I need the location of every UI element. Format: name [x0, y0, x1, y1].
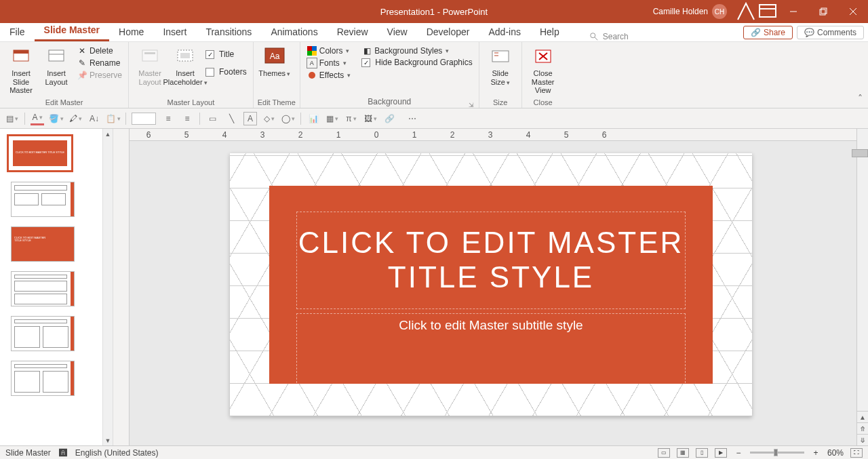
scroll-down-icon[interactable]: ▼	[103, 435, 113, 445]
share-button[interactable]: 🔗Share	[743, 26, 793, 39]
layout-thumbnail[interactable]	[11, 361, 75, 396]
editor-vertical-scrollbar[interactable]: ▲ ⤊ ⤋	[856, 129, 868, 445]
master-subtitle-placeholder[interactable]: Click to edit Master subtitle style	[296, 313, 686, 386]
quick-format-toolbar: ▤ A 🪣 🖍 A↓ 📋 ≡ ≡ ▭ ╲ A ◇ ◯ 📊 ▦ π 🖼 🔗 ⋯	[0, 108, 868, 129]
arrange-button[interactable]: ◯	[281, 112, 295, 125]
svg-rect-20	[312, 46, 317, 51]
thumbnail-scrollbar[interactable]: ▲ ▼	[102, 129, 113, 445]
tab-slide-master[interactable]: Slide Master	[35, 22, 109, 41]
preserve-master-button[interactable]: 📌Preserve	[75, 69, 124, 81]
insert-layout-button[interactable]: Insert Layout	[39, 45, 73, 86]
accessibility-icon[interactable]: 🅰	[59, 448, 67, 458]
footers-checkbox[interactable]: Footers	[203, 66, 249, 77]
zoom-in-button[interactable]: +	[811, 448, 821, 458]
close-master-view-button[interactable]: Close Master View	[526, 45, 560, 95]
table-button[interactable]: ▦	[326, 112, 339, 125]
delete-icon: ✕	[77, 45, 87, 56]
overflow-button[interactable]: ⋯	[406, 112, 419, 125]
master-layout-button[interactable]: Master Layout	[133, 45, 167, 86]
font-size-box[interactable]	[132, 113, 156, 125]
font-color-button[interactable]: A	[31, 112, 44, 125]
themes-button[interactable]: Aa Themes	[258, 45, 292, 78]
master-thumbnail[interactable]: CLICK TO EDIT MASTER TITLE STYLE	[7, 134, 73, 172]
rectangle-shape-button[interactable]: ▭	[205, 112, 219, 125]
text-box-button[interactable]: A	[243, 112, 257, 125]
hide-bg-graphics-checkbox[interactable]: Hide Background Graphics	[359, 57, 474, 68]
comments-button[interactable]: 💬Comments	[797, 26, 864, 39]
insert-placeholder-button[interactable]: Insert Placeholder	[168, 45, 202, 86]
layout-thumbnail[interactable]	[11, 271, 75, 306]
ribbon-display-options-icon[interactable]	[757, 0, 778, 23]
background-dialog-launcher[interactable]	[468, 100, 475, 106]
svg-point-23	[309, 72, 315, 79]
delete-layout-button[interactable]: ✕Delete	[75, 45, 124, 57]
layout-thumbnail[interactable]	[11, 316, 75, 351]
link-button[interactable]: 🔗	[382, 112, 396, 125]
minimize-button[interactable]	[778, 0, 808, 23]
tab-addins[interactable]: Add-ins	[479, 24, 530, 41]
tab-review[interactable]: Review	[328, 24, 378, 41]
normal-view-button[interactable]: ▭	[658, 448, 670, 458]
align-left-button[interactable]: ≡	[161, 112, 175, 125]
svg-rect-3	[820, 9, 825, 15]
master-slide-canvas[interactable]: Click to edit Master title style Click t…	[230, 153, 752, 416]
tab-view[interactable]: View	[378, 24, 417, 41]
align-objects-button[interactable]: ▤	[5, 112, 19, 125]
symbols-button[interactable]: π	[344, 112, 358, 125]
tell-me-search[interactable]: Search	[589, 32, 629, 41]
zoom-slider[interactable]	[750, 452, 804, 454]
paste-options-button[interactable]: 📋	[106, 112, 120, 125]
svg-rect-21	[307, 51, 312, 56]
rename-layout-button[interactable]: ✎Rename	[75, 57, 124, 69]
effects-icon	[307, 70, 317, 81]
zoom-out-button[interactable]: −	[734, 448, 743, 458]
tab-file[interactable]: File	[0, 24, 35, 41]
account-name[interactable]: Camille Holden	[653, 7, 708, 16]
fill-color-button[interactable]: 🪣	[50, 112, 63, 125]
picture-button[interactable]: 🖼	[363, 112, 377, 125]
zoom-level[interactable]: 60%	[827, 448, 844, 458]
background-styles-button[interactable]: ◧Background Styles	[359, 45, 474, 57]
tab-transitions[interactable]: Transitions	[196, 24, 261, 41]
svg-rect-13	[142, 50, 157, 61]
status-language[interactable]: English (United States)	[75, 448, 159, 458]
account-avatar[interactable]: CH	[712, 4, 727, 19]
slide-sorter-view-button[interactable]: ▦	[677, 448, 689, 458]
fit-to-window-button[interactable]: ⛶	[850, 448, 863, 458]
scroll-up-icon[interactable]: ▲	[103, 129, 113, 139]
svg-text:Aa: Aa	[269, 52, 279, 61]
scroll-up-button[interactable]: ▲	[857, 411, 868, 422]
splitter-handle[interactable]	[852, 149, 868, 157]
layout-thumbnail[interactable]: CLICK TO EDIT MASTER TITLE STYLE	[11, 226, 75, 262]
prev-slide-button[interactable]: ⤊	[857, 422, 868, 434]
line-shape-button[interactable]: ╲	[224, 112, 238, 125]
coming-soon-icon[interactable]	[735, 0, 757, 23]
colors-button[interactable]: Colors	[304, 45, 353, 57]
title-checkbox[interactable]: Title	[203, 49, 249, 60]
highlight-button[interactable]: 🖍	[68, 112, 82, 125]
collapse-ribbon-button[interactable]: ˄	[858, 93, 863, 104]
chart-button[interactable]: 📊	[307, 112, 320, 125]
insert-slide-master-button[interactable]: Insert Slide Master	[4, 45, 38, 95]
zoom-slider-thumb[interactable]	[774, 449, 778, 456]
slideshow-view-button[interactable]: ▶	[715, 448, 727, 458]
group-label-edit-master: Edit Master	[4, 97, 124, 106]
tab-animations[interactable]: Animations	[261, 24, 327, 41]
sort-button[interactable]: A↓	[87, 112, 101, 125]
tab-home[interactable]: Home	[109, 24, 153, 41]
maximize-button[interactable]	[808, 0, 838, 23]
next-slide-button[interactable]: ⤋	[857, 434, 868, 445]
close-window-button[interactable]	[838, 0, 868, 23]
svg-rect-16	[180, 53, 190, 58]
align-center-button[interactable]: ≡	[180, 112, 194, 125]
slide-size-button[interactable]: Slide Size	[484, 45, 517, 86]
effects-button[interactable]: Effects	[304, 69, 353, 81]
reading-view-button[interactable]: ▯	[696, 448, 708, 458]
master-title-placeholder[interactable]: Click to edit Master title style	[296, 212, 686, 309]
tab-help[interactable]: Help	[530, 24, 569, 41]
tab-insert[interactable]: Insert	[153, 24, 196, 41]
layout-thumbnail[interactable]	[11, 182, 75, 217]
shapes-gallery-button[interactable]: ◇	[262, 112, 276, 125]
tab-developer[interactable]: Developer	[417, 24, 479, 41]
fonts-button[interactable]: AFonts	[304, 57, 353, 69]
